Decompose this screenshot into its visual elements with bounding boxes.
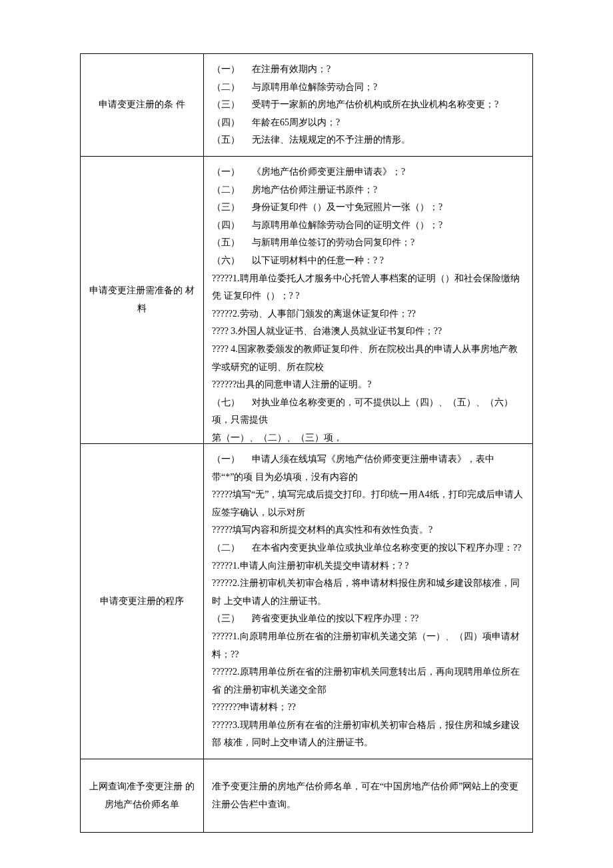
item-number: （四） xyxy=(212,114,252,132)
list-item: （三）跨省变更执业单位的按以下程序办理：?? xyxy=(212,610,524,628)
list-item: ???? 4.国家教委颁发的教师证复印件、所在院校出具的申请人从事房地产教学或研… xyxy=(212,341,524,376)
list-item: （一）在注册有效期内；? xyxy=(212,61,524,79)
row-content-materials: （一）《房地产估价师变更注册申请表》；? （二）房地产估价师注册证书原件；? （… xyxy=(204,156,533,443)
item-text: 与新聘用单位签订的劳动合同复印件；? xyxy=(252,237,414,247)
list-item: （三）身份证复印件（）及一寸免冠照片一张（）；? xyxy=(212,199,524,217)
item-text: 与原聘用单位解除劳动合同；? xyxy=(252,82,377,92)
item-text: 与原聘用单位解除劳动合同的证明文件（）；? xyxy=(252,220,442,230)
table-body: 申请变更注册的条 件 （一）在注册有效期内；? （二）与原聘用单位解除劳动合同；… xyxy=(81,54,533,833)
item-text: 跨省变更执业单位的按以下程序办理：?? xyxy=(252,613,418,623)
item-text: 无法律、法规规定的不予注册的情形。 xyxy=(252,135,410,145)
item-text: 以下证明材料中的任意一种：? ? xyxy=(252,255,384,265)
list-item: （一）《房地产估价师变更注册申请表》；? xyxy=(212,163,524,181)
table-row: 申请变更注册的条 件 （一）在注册有效期内；? （二）与原聘用单位解除劳动合同；… xyxy=(81,54,533,157)
list-item: 准予变更注册的房地产估价师名单，可在“中国房地产估价师”网站上的变更 注册公告栏… xyxy=(212,778,524,813)
item-text: ?????1.向原聘用单位所在省的注册初审机关递交第（一）、（四）项申请材料；?… xyxy=(212,631,520,659)
item-text: ??????出具的同意申请人注册的证明。? xyxy=(212,379,372,389)
item-text: ?????填写“无”，填写完成后提交打印。打印统一用A4纸，打印完成后申请人应签… xyxy=(212,489,523,517)
row-content-query: 准予变更注册的房地产估价师名单，可在“中国房地产估价师”网站上的变更 注册公告栏… xyxy=(204,759,533,833)
list-item: ?????2.注册初审机关初审合格后，将申请材料报住房和城乡建设部核准，同时 上… xyxy=(212,575,524,610)
row-label-query: 上网查询准予变更注册 的房地产估价师名单 xyxy=(81,759,204,833)
item-number: （三） xyxy=(212,610,252,628)
item-text: 在本省内变更执业单位或执业单位名称变更的按以下程序办理：?? xyxy=(252,543,521,553)
list-item: ???????申请材料；?? xyxy=(212,699,524,717)
item-number: （四） xyxy=(212,217,252,235)
item-text: 第（一）、（二）、（三）项， xyxy=(212,433,342,443)
list-item: ?????1.聘用单位委托人才服务中心托管人事档案的证明（）和社会保险缴纳凭 证… xyxy=(212,270,524,305)
item-text: ?????3.现聘用单位所有在省的注册初审机关初审合格后，报住房和城乡建设部 核… xyxy=(212,720,520,748)
list-item: ?????填写内容和所提交材料的真实性和有效性负责。? xyxy=(212,521,524,539)
row-content-procedure: （一）申请人须在线填写《房地产估价师变更注册申请表》，表中带“*”的项 目为必填… xyxy=(204,443,533,759)
list-item: ?????1.申请人向注册初审机关提交申请材料；? ? xyxy=(212,557,524,575)
table-row: 申请变更注册需准备的 材 料 （一）《房地产估价师变更注册申请表》；? （二）房… xyxy=(81,156,533,443)
item-text: 房地产估价师注册证书原件；? xyxy=(252,185,377,195)
list-item: ??????出具的同意申请人注册的证明。? xyxy=(212,376,524,394)
list-item: （二）房地产估价师注册证书原件；? xyxy=(212,181,524,199)
list-item: （一）申请人须在线填写《房地产估价师变更注册申请表》，表中带“*”的项 目为必填… xyxy=(212,451,524,486)
list-item: （七）对执业单位名称变更的，可不提供以上（四）、（五）、（六）项，只需提供 xyxy=(212,394,524,429)
item-number: （二） xyxy=(212,79,252,97)
item-number: （三） xyxy=(212,199,252,217)
item-text: 受聘于一家新的房地产估价机构或所在执业机构名称变更；? xyxy=(252,99,498,109)
list-item: 第（一）、（二）、（三）项， xyxy=(212,429,524,443)
list-item: （五）无法律、法规规定的不予注册的情形。 xyxy=(212,131,524,149)
content-list: （一）《房地产估价师变更注册申请表》；? （二）房地产估价师注册证书原件；? （… xyxy=(212,163,524,443)
list-item: （二）在本省内变更执业单位或执业单位名称变更的按以下程序办理：?? xyxy=(212,539,524,557)
item-text: 准予变更注册的房地产估价师名单，可在“中国房地产估价师”网站上的变更 注册公告栏… xyxy=(212,781,518,809)
item-text: 在注册有效期内；? xyxy=(252,64,330,74)
item-text: ???? 3.外国人就业证书、台港澳人员就业证书复印件；?? xyxy=(212,326,442,336)
table-row: 申请变更注册的程序 （一）申请人须在线填写《房地产估价师变更注册申请表》，表中带… xyxy=(81,443,533,759)
row-label-conditions: 申请变更注册的条 件 xyxy=(81,54,204,157)
row-content-conditions: （一）在注册有效期内；? （二）与原聘用单位解除劳动合同；? （三）受聘于一家新… xyxy=(204,54,533,157)
item-text: ?????2.劳动、人事部门颁发的离退休证复印件；?? xyxy=(212,309,416,319)
list-item: （五）与新聘用单位签订的劳动合同复印件；? xyxy=(212,234,524,252)
content-list: （一）在注册有效期内；? （二）与原聘用单位解除劳动合同；? （三）受聘于一家新… xyxy=(212,61,524,149)
list-item: ?????2.原聘用单位所在省的注册初审机关同意转出后，再向现聘用单位所在省 的… xyxy=(212,663,524,699)
registration-change-table: 申请变更注册的条 件 （一）在注册有效期内；? （二）与原聘用单位解除劳动合同；… xyxy=(80,53,533,833)
item-number: （一） xyxy=(212,61,252,79)
item-number: （三） xyxy=(212,96,252,114)
item-text: ???? 4.国家教委颁发的教师证复印件、所在院校出具的申请人从事房地产教学或研… xyxy=(212,344,518,372)
item-text: ?????填写内容和所提交材料的真实性和有效性负责。? xyxy=(212,525,432,535)
list-item: （二）与原聘用单位解除劳动合同；? xyxy=(212,79,524,97)
item-number: （一） xyxy=(212,451,252,469)
list-item: ?????填写“无”，填写完成后提交打印。打印统一用A4纸，打印完成后申请人应签… xyxy=(212,486,524,521)
content-list: （一）申请人须在线填写《房地产估价师变更注册申请表》，表中带“*”的项 目为必填… xyxy=(212,451,524,752)
item-text: ?????1.申请人向注册初审机关提交申请材料；? ? xyxy=(212,561,409,571)
item-number: （五） xyxy=(212,131,252,149)
item-text: 年龄在65周岁以内；? xyxy=(252,117,340,127)
item-text: 身份证复印件（）及一寸免冠照片一张（）；? xyxy=(252,202,442,212)
item-text: ?????1.聘用单位委托人才服务中心托管人事档案的证明（）和社会保险缴纳凭 证… xyxy=(212,273,520,301)
list-item: ???? 3.外国人就业证书、台港澳人员就业证书复印件；?? xyxy=(212,323,524,341)
item-text: ?????2.原聘用单位所在省的注册初审机关同意转出后，再向现聘用单位所在省 的… xyxy=(212,667,520,695)
item-text: 《房地产估价师变更注册申请表》；? xyxy=(252,167,405,177)
list-item: ?????1.向原聘用单位所在省的注册初审机关递交第（一）、（四）项申请材料；?… xyxy=(212,628,524,663)
list-item: ?????3.现聘用单位所有在省的注册初审机关初审合格后，报住房和城乡建设部 核… xyxy=(212,717,524,752)
item-number: （二） xyxy=(212,539,252,557)
list-item: （四）年龄在65周岁以内；? xyxy=(212,114,524,132)
list-item: （六）以下证明材料中的任意一种：? ? xyxy=(212,252,524,270)
content-list: 准予变更注册的房地产估价师名单，可在“中国房地产估价师”网站上的变更 注册公告栏… xyxy=(212,778,524,813)
item-text: 对执业单位名称变更的，可不提供以上（四）、（五）、（六）项，只需提供 xyxy=(212,397,513,425)
row-label-materials: 申请变更注册需准备的 材 料 xyxy=(81,156,204,443)
item-text: ???????申请材料；?? xyxy=(212,702,296,712)
row-label-procedure: 申请变更注册的程序 xyxy=(81,443,204,759)
item-text: ?????2.注册初审机关初审合格后，将申请材料报住房和城乡建设部核准，同时 上… xyxy=(212,578,520,606)
list-item: ?????2.劳动、人事部门颁发的离退休证复印件；?? xyxy=(212,305,524,323)
list-item: （三）受聘于一家新的房地产估价机构或所在执业机构名称变更；? xyxy=(212,96,524,114)
item-number: （七） xyxy=(212,394,252,412)
item-text: 申请人须在线填写《房地产估价师变更注册申请表》，表中带“*”的项 目为必填项，没… xyxy=(212,454,494,482)
list-item: （四）与原聘用单位解除劳动合同的证明文件（）；? xyxy=(212,217,524,235)
table-row: 上网查询准予变更注册 的房地产估价师名单 准予变更注册的房地产估价师名单，可在“… xyxy=(81,759,533,833)
item-number: （五） xyxy=(212,234,252,252)
item-number: （六） xyxy=(212,252,252,270)
item-number: （二） xyxy=(212,181,252,199)
item-number: （一） xyxy=(212,163,252,181)
